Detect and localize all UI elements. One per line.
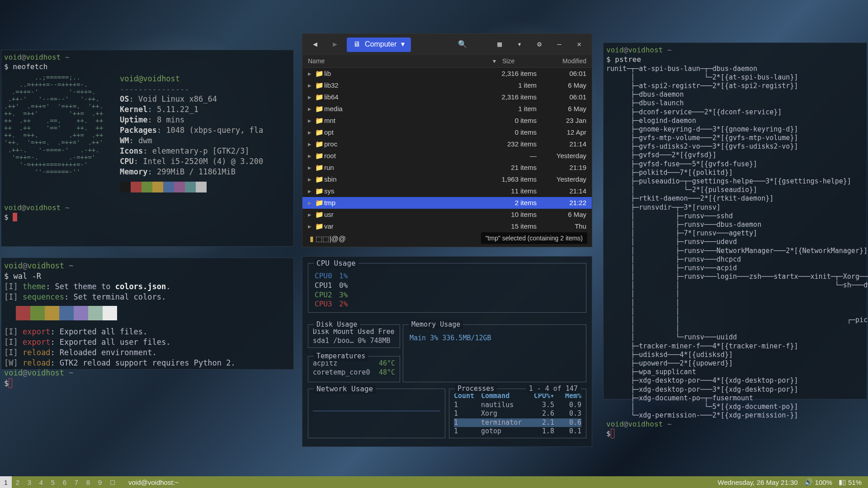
- file-row[interactable]: ▸📁proc232 items21:14: [302, 138, 592, 150]
- file-name: usr: [324, 210, 487, 219]
- folder-icon: 📁: [315, 81, 324, 90]
- fm-rows[interactable]: ▸📁lib2,316 items06:01▸📁lib321 item6 May▸…: [302, 68, 592, 247]
- terminal-pstree[interactable]: void@voidhost ~ $ pstree runit─┬─at-spi-…: [603, 42, 867, 399]
- minimize-button[interactable]: —: [551, 38, 567, 52]
- prompt-cursor[interactable]: $: [4, 378, 291, 389]
- terminal-wal[interactable]: void@voidhost ~ $ wal -R [I] theme: Set …: [1, 258, 294, 370]
- output-line: [W] reload: GTK2 reload support requires…: [4, 358, 291, 368]
- file-row[interactable]: ▸📁lib2,316 items06:01: [302, 68, 592, 80]
- file-manager[interactable]: ◀ ▶ 🖥 Computer ▾ 🔍 ▦ ▾ ⚙ — ✕ Name ▾ Size…: [302, 33, 592, 247]
- file-size: 10 items: [487, 210, 537, 219]
- terminal-gotop[interactable]: CPU Usage CPU01%CPU10%CPU23%CPU32% Disk …: [302, 256, 592, 447]
- file-row[interactable]: ▸📁usr10 items6 May: [302, 209, 592, 221]
- back-button[interactable]: ◀: [307, 38, 323, 52]
- col-modified[interactable]: Modified: [537, 57, 586, 65]
- file-row[interactable]: ▸📁media1 item6 May: [302, 103, 592, 115]
- expand-icon[interactable]: ▸: [308, 210, 315, 219]
- file-row[interactable]: ▸📁run21 items21:19: [302, 162, 592, 174]
- expand-icon[interactable]: ▸: [308, 128, 315, 137]
- expand-icon[interactable]: ▸: [308, 175, 315, 184]
- workspace-7[interactable]: 7: [71, 476, 82, 488]
- file-row[interactable]: ▸📁sbin1,963 itemsYesterday: [302, 174, 592, 185]
- fm-breadcrumb[interactable]: ▮ ⬚⬚|@@: [310, 235, 346, 244]
- layout-icon[interactable]: ◻: [106, 476, 119, 488]
- file-modified: Yesterday: [537, 151, 586, 160]
- workspace-5[interactable]: 5: [47, 476, 59, 488]
- file-name: tmp: [324, 198, 487, 207]
- fm-toolbar: ◀ ▶ 🖥 Computer ▾ 🔍 ▦ ▾ ⚙ — ✕: [302, 34, 592, 55]
- file-modified: 21:22: [537, 198, 586, 207]
- file-name: media: [324, 104, 487, 113]
- expand-icon[interactable]: ▸: [308, 163, 315, 172]
- expand-icon[interactable]: ▸: [308, 69, 315, 78]
- file-row[interactable]: ▸📁root—Yesterday: [302, 150, 592, 162]
- process-row[interactable]: 1terminator2.10.6: [454, 418, 581, 427]
- file-name: lib: [324, 69, 487, 78]
- workspace-6[interactable]: 6: [59, 476, 71, 488]
- process-row[interactable]: 1Xorg2.60.3: [454, 409, 581, 418]
- prompt-line: void@voidhost ~: [4, 203, 291, 213]
- file-row[interactable]: ▸📁sys11 items21:14: [302, 185, 592, 197]
- computer-icon: 🖥: [353, 40, 360, 49]
- window-title: void@voidhost:~: [128, 479, 179, 486]
- forward-button[interactable]: ▶: [327, 38, 343, 52]
- file-size: 1,963 items: [487, 175, 537, 184]
- workspace-8[interactable]: 8: [82, 476, 94, 488]
- expand-icon[interactable]: ▸: [308, 116, 315, 125]
- file-row[interactable]: ▸📁opt0 items12 Apr: [302, 127, 592, 138]
- color-swatch: [16, 306, 30, 320]
- file-row[interactable]: ▸📁lib321 item6 May: [302, 80, 592, 91]
- workspace-4[interactable]: 4: [35, 476, 47, 488]
- file-row[interactable]: ▸📁tmp2 items21:22: [302, 197, 592, 209]
- fm-columns[interactable]: Name ▾ Size Modified: [302, 55, 592, 68]
- color-swatch: [196, 182, 207, 192]
- file-row[interactable]: ▸📁mnt0 items23 Jan: [302, 115, 592, 127]
- volume-icon: 🔊: [804, 478, 813, 486]
- close-button[interactable]: ✕: [571, 38, 587, 52]
- col-name[interactable]: Name: [308, 57, 486, 65]
- battery-indicator[interactable]: ▮▯51%: [839, 478, 862, 486]
- process-row[interactable]: 1gotop1.80.1: [454, 427, 581, 436]
- terminal-neofetch[interactable]: void@voidhost ~ $ neofetch ..;======;.. …: [1, 50, 294, 247]
- process-row[interactable]: 1nautilus3.50.9: [454, 401, 581, 410]
- expand-icon[interactable]: ▸: [308, 187, 315, 196]
- workspace-2[interactable]: 2: [12, 476, 24, 488]
- search-button[interactable]: 🔍: [454, 38, 471, 52]
- prompt-line: void@voidhost ~: [606, 420, 864, 429]
- color-swatch: [152, 182, 163, 192]
- expand-icon[interactable]: ▸: [308, 198, 315, 207]
- command-line: $ pstree: [606, 55, 864, 65]
- view-menu-button[interactable]: ▾: [511, 38, 528, 52]
- expand-icon[interactable]: ▸: [308, 93, 315, 102]
- output-line: [I] sequences: Set terminal colors.: [4, 292, 291, 302]
- file-name: mnt: [324, 116, 487, 125]
- prompt-cursor[interactable]: $: [606, 429, 864, 439]
- file-name: run: [324, 163, 487, 172]
- folder-icon: 📁: [315, 69, 324, 78]
- workspace-1[interactable]: 1: [0, 476, 12, 488]
- file-modified: 23 Jan: [537, 116, 586, 125]
- workspace-3[interactable]: 3: [24, 476, 35, 488]
- expand-icon[interactable]: ▸: [308, 151, 315, 160]
- file-row[interactable]: ▸📁lib642,316 items06:01: [302, 91, 592, 103]
- neofetch-header: void@voidhost: [120, 74, 263, 84]
- location-bar[interactable]: 🖥 Computer ▾: [347, 38, 411, 52]
- settings-button[interactable]: ⚙: [531, 38, 547, 52]
- fm-status: "tmp" selected (containing 2 items): [481, 232, 587, 244]
- col-size[interactable]: Size: [496, 57, 537, 65]
- expand-icon[interactable]: ▸: [308, 81, 315, 90]
- expand-icon[interactable]: ▸: [308, 140, 315, 149]
- volume-indicator[interactable]: 🔊100%: [804, 478, 832, 486]
- file-row[interactable]: ▸📁var15 itemsThu: [302, 221, 592, 232]
- file-size: 21 items: [487, 163, 537, 172]
- cpu-line: CPU23%: [315, 291, 580, 300]
- ascii-logo: ..;======;.. ..=++++=--=++++=-. .=++=-' …: [4, 74, 111, 195]
- file-name: proc: [324, 140, 487, 149]
- workspace-9[interactable]: 9: [94, 476, 106, 488]
- view-grid-button[interactable]: ▦: [491, 38, 508, 52]
- file-modified: 21:14: [537, 140, 586, 149]
- folder-icon: 📁: [315, 93, 324, 102]
- expand-icon[interactable]: ▸: [308, 104, 315, 113]
- prompt-cursor[interactable]: $ .: [4, 213, 291, 222]
- expand-icon[interactable]: ▸: [308, 222, 315, 231]
